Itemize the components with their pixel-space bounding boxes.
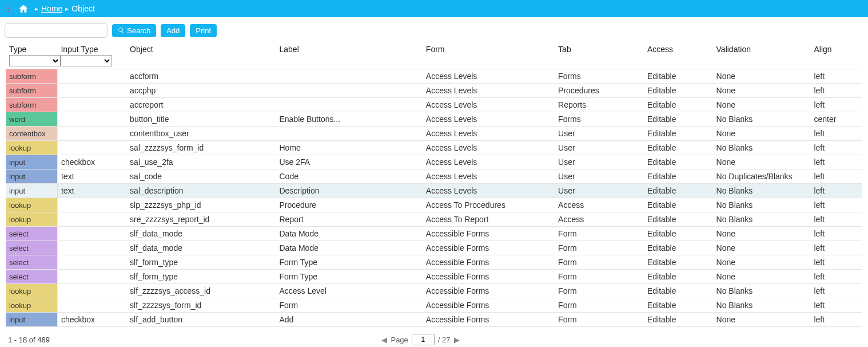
cell-align: left [810,313,862,327]
cell-access: Editable [644,184,713,198]
cell-object: slf_zzzzsys_form_id [126,298,276,313]
table-row[interactable]: inputtextsal_descriptionDescriptionAcces… [6,184,862,198]
cell-validation: None [713,313,811,327]
cell-form: Access Levels [423,141,555,155]
cell-align: left [810,69,862,84]
cell-validation: No Blanks [713,198,811,212]
cell-validation: None [713,241,811,255]
table-row[interactable]: inputtextsal_codeCodeAccess LevelsUserEd… [6,169,862,184]
add-button[interactable]: Add [161,24,185,37]
table-row[interactable]: selectslf_form_typeForm TypeAccessible F… [6,270,862,284]
cell-object: sal_code [126,169,276,184]
search-button-label: Search [127,26,150,35]
col-form[interactable]: Form [423,41,555,69]
cell-tab: Form [555,298,644,313]
table-row[interactable]: inputcheckboxslf_add_buttonAddAccessible… [6,313,862,327]
col-type[interactable]: Type [6,41,57,69]
print-button[interactable]: Print [190,24,217,37]
cell-align: left [810,127,862,141]
cell-input-type [57,255,126,270]
cell-validation: None [713,84,811,98]
table-row[interactable]: selectslf_form_typeForm TypeAccessible F… [6,255,862,270]
cell-object: slf_data_mode [126,227,276,241]
col-access[interactable]: Access [644,41,713,69]
cell-access: Editable [644,241,713,255]
cell-validation: None [713,69,811,84]
cell-type: select [6,241,57,255]
table-row[interactable]: selectslf_data_modeData ModeAccessible F… [6,241,862,255]
cell-object: accform [126,69,276,84]
col-label[interactable]: Label [276,41,423,69]
cell-tab: Access [555,198,644,212]
cell-validation: No Blanks [713,112,811,127]
cell-form: Accessible Forms [423,284,555,298]
cell-object: accphp [126,84,276,98]
cell-access: Editable [644,112,713,127]
col-align[interactable]: Align [810,41,862,69]
next-page-icon[interactable]: ▶ [454,336,460,344]
cell-form: Accessible Forms [423,255,555,270]
cell-label: Home [276,141,423,155]
cell-type: input [6,313,57,327]
table-row[interactable]: lookupslf_zzzzsys_access_idAccess LevelA… [6,284,862,298]
prev-page-icon[interactable]: ◀ [381,336,387,344]
table-row[interactable]: selectslf_data_modeData ModeAccessible F… [6,227,862,241]
cell-access: Editable [644,69,713,84]
table-row[interactable]: lookupslp_zzzzsys_php_idProcedureAccess … [6,198,862,212]
table-row[interactable]: lookupsal_zzzzsys_form_idHomeAccess Leve… [6,141,862,155]
col-tab[interactable]: Tab [555,41,644,69]
input-type-filter-select[interactable] [61,55,112,66]
cell-object: slf_zzzzsys_access_id [126,284,276,298]
cell-validation: No Blanks [713,298,811,313]
paginator: ◀ Page / 27 ▶ [50,334,791,345]
cell-align: left [810,141,862,155]
cell-input-type [57,212,126,227]
type-filter-select[interactable] [9,55,61,66]
cell-type: select [6,227,57,241]
cell-access: Editable [644,227,713,241]
cell-validation: None [713,227,811,241]
home-icon[interactable] [18,3,29,14]
table-row[interactable]: lookupsre_zzzzsys_report_idReportAccess … [6,212,862,227]
cell-type: input [6,155,57,169]
table-row[interactable]: subformaccformAccess LevelsFormsEditable… [6,69,862,84]
cell-validation: No Blanks [713,141,811,155]
cell-tab: Forms [555,69,644,84]
breadcrumb-home-link[interactable]: Home [41,4,62,13]
table-row[interactable]: lookupslf_zzzzsys_form_idFormAccessible … [6,298,862,313]
col-object[interactable]: Object [126,41,276,69]
cell-type: subform [6,69,57,84]
table-row[interactable]: subformaccphpAccess LevelsProceduresEdit… [6,84,862,98]
cell-align: left [810,184,862,198]
cell-align: left [810,84,862,98]
breadcrumb-current: Object [71,4,94,13]
cell-type: lookup [6,198,57,212]
cell-align: left [810,155,862,169]
cell-form: Access Levels [423,127,555,141]
cell-validation: No Blanks [713,184,811,198]
page-number-input[interactable] [412,334,435,345]
cell-input-type [57,284,126,298]
toolbar: Search Add Print [0,17,868,41]
cell-tab: User [555,127,644,141]
cell-access: Editable [644,255,713,270]
col-validation[interactable]: Validation [713,41,811,69]
cell-label: Code [276,169,423,184]
table-row[interactable]: subformaccreportAccess LevelsReportsEdit… [6,98,862,112]
table-row[interactable]: inputcheckboxsal_use_2faUse 2FAAccess Le… [6,155,862,169]
cell-label: Form Type [276,255,423,270]
search-button[interactable]: Search [112,24,156,37]
search-input[interactable] [5,23,107,38]
cell-tab: Forms [555,112,644,127]
menu-dots-icon[interactable]: ⋮ [5,5,13,13]
table-header-row: Type Input Type Object Label Form Tab Ac… [6,41,862,69]
table-row[interactable]: wordbutton_titleEnable Buttons...Access … [6,112,862,127]
cell-form: Accessible Forms [423,298,555,313]
cell-form: Access Levels [423,112,555,127]
cell-type: input [6,184,57,198]
cell-label: Use 2FA [276,155,423,169]
cell-form: Access Levels [423,169,555,184]
col-input-type[interactable]: Input Type [57,41,126,69]
topbar: ⋮ ▸ Home ▸ Object [0,0,868,17]
table-row[interactable]: contentboxcontentbox_userAccess LevelsUs… [6,127,862,141]
